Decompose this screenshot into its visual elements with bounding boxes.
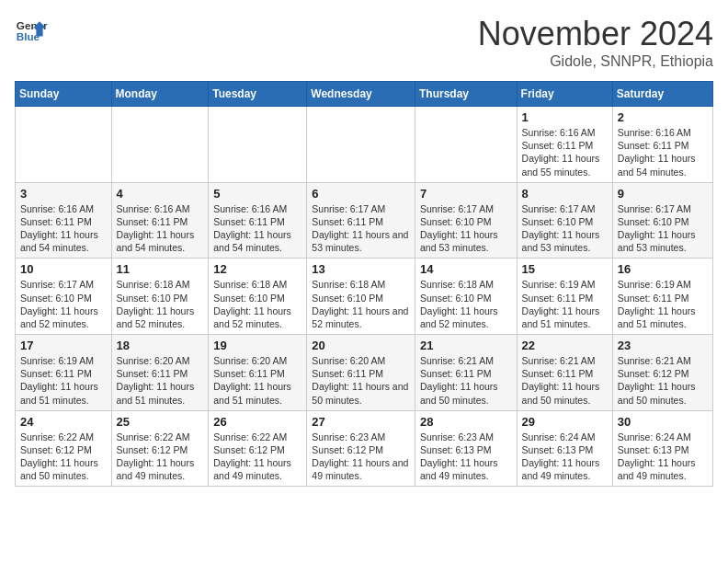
calendar-cell (16, 107, 112, 183)
calendar-cell: 26Sunrise: 6:22 AM Sunset: 6:12 PM Dayli… (209, 410, 307, 487)
weekday-header: Monday (111, 82, 209, 107)
calendar-cell: 23Sunrise: 6:21 AM Sunset: 6:12 PM Dayli… (612, 335, 712, 411)
day-number: 10 (20, 262, 107, 276)
day-number: 3 (20, 187, 107, 201)
day-number: 22 (522, 339, 608, 352)
calendar-cell: 1Sunrise: 6:16 AM Sunset: 6:11 PM Daylig… (517, 107, 612, 183)
calendar-cell: 6Sunrise: 6:17 AM Sunset: 6:11 PM Daylig… (307, 182, 415, 259)
day-number: 12 (213, 262, 301, 276)
calendar-cell: 10Sunrise: 6:17 AM Sunset: 6:10 PM Dayli… (16, 259, 112, 335)
calendar-cell: 20Sunrise: 6:20 AM Sunset: 6:11 PM Dayli… (307, 335, 415, 411)
calendar-cell: 4Sunrise: 6:16 AM Sunset: 6:11 PM Daylig… (111, 182, 209, 259)
day-info: Sunrise: 6:17 AM Sunset: 6:10 PM Dayligh… (20, 278, 107, 330)
day-number: 8 (522, 187, 608, 201)
day-info: Sunrise: 6:19 AM Sunset: 6:11 PM Dayligh… (522, 278, 608, 330)
calendar-cell: 8Sunrise: 6:17 AM Sunset: 6:10 PM Daylig… (517, 182, 612, 259)
day-info: Sunrise: 6:16 AM Sunset: 6:11 PM Dayligh… (522, 126, 608, 178)
day-number: 20 (312, 339, 410, 352)
weekday-header: Wednesday (307, 82, 415, 107)
day-number: 25 (117, 415, 204, 429)
day-info: Sunrise: 6:18 AM Sunset: 6:10 PM Dayligh… (420, 278, 512, 330)
day-number: 7 (420, 187, 512, 201)
day-info: Sunrise: 6:23 AM Sunset: 6:12 PM Dayligh… (312, 431, 410, 483)
calendar-cell: 19Sunrise: 6:20 AM Sunset: 6:11 PM Dayli… (209, 335, 307, 411)
day-info: Sunrise: 6:16 AM Sunset: 6:11 PM Dayligh… (117, 202, 204, 255)
calendar-cell (111, 107, 209, 183)
calendar-cell: 3Sunrise: 6:16 AM Sunset: 6:11 PM Daylig… (16, 182, 112, 259)
day-number: 27 (312, 415, 410, 429)
weekday-header: Tuesday (209, 82, 307, 107)
calendar-cell: 2Sunrise: 6:16 AM Sunset: 6:11 PM Daylig… (612, 107, 712, 183)
day-number: 17 (20, 339, 107, 352)
day-info: Sunrise: 6:22 AM Sunset: 6:12 PM Dayligh… (20, 431, 107, 483)
day-info: Sunrise: 6:16 AM Sunset: 6:11 PM Dayligh… (20, 202, 107, 255)
weekday-header: Saturday (612, 82, 712, 107)
day-number: 15 (522, 262, 608, 276)
calendar: SundayMondayTuesdayWednesdayThursdayFrid… (15, 81, 713, 487)
weekday-header: Friday (517, 82, 612, 107)
day-info: Sunrise: 6:16 AM Sunset: 6:11 PM Dayligh… (213, 202, 301, 255)
day-info: Sunrise: 6:17 AM Sunset: 6:10 PM Dayligh… (618, 202, 708, 255)
day-number: 29 (522, 415, 608, 429)
calendar-cell: 15Sunrise: 6:19 AM Sunset: 6:11 PM Dayli… (517, 259, 612, 335)
day-info: Sunrise: 6:21 AM Sunset: 6:11 PM Dayligh… (522, 354, 608, 407)
location-title: Gidole, SNNPR, Ethiopia (478, 53, 713, 70)
calendar-cell: 17Sunrise: 6:19 AM Sunset: 6:11 PM Dayli… (16, 335, 112, 411)
calendar-cell: 29Sunrise: 6:24 AM Sunset: 6:13 PM Dayli… (517, 410, 612, 487)
calendar-cell (415, 107, 517, 183)
calendar-cell: 22Sunrise: 6:21 AM Sunset: 6:11 PM Dayli… (517, 335, 612, 411)
calendar-cell: 27Sunrise: 6:23 AM Sunset: 6:12 PM Dayli… (307, 410, 415, 487)
day-number: 19 (213, 339, 301, 352)
calendar-cell: 16Sunrise: 6:19 AM Sunset: 6:11 PM Dayli… (612, 259, 712, 335)
calendar-cell: 13Sunrise: 6:18 AM Sunset: 6:10 PM Dayli… (307, 259, 415, 335)
day-info: Sunrise: 6:21 AM Sunset: 6:12 PM Dayligh… (618, 354, 708, 407)
logo: General Blue (15, 15, 48, 48)
day-number: 11 (117, 262, 204, 276)
month-title: November 2024 (478, 15, 713, 53)
calendar-cell (307, 107, 415, 183)
title-section: November 2024 Gidole, SNNPR, Ethiopia (478, 15, 713, 70)
day-info: Sunrise: 6:17 AM Sunset: 6:10 PM Dayligh… (522, 202, 608, 255)
calendar-cell (209, 107, 307, 183)
day-info: Sunrise: 6:19 AM Sunset: 6:11 PM Dayligh… (618, 278, 708, 330)
calendar-cell: 30Sunrise: 6:24 AM Sunset: 6:13 PM Dayli… (612, 410, 712, 487)
calendar-cell: 11Sunrise: 6:18 AM Sunset: 6:10 PM Dayli… (111, 259, 209, 335)
calendar-cell: 21Sunrise: 6:21 AM Sunset: 6:11 PM Dayli… (415, 335, 517, 411)
day-info: Sunrise: 6:18 AM Sunset: 6:10 PM Dayligh… (312, 278, 410, 330)
day-info: Sunrise: 6:22 AM Sunset: 6:12 PM Dayligh… (117, 431, 204, 483)
day-info: Sunrise: 6:19 AM Sunset: 6:11 PM Dayligh… (20, 354, 107, 407)
logo-icon: General Blue (15, 15, 48, 48)
day-number: 18 (117, 339, 204, 352)
calendar-cell: 25Sunrise: 6:22 AM Sunset: 6:12 PM Dayli… (111, 410, 209, 487)
day-number: 1 (522, 110, 608, 124)
calendar-cell: 9Sunrise: 6:17 AM Sunset: 6:10 PM Daylig… (612, 182, 712, 259)
day-number: 14 (420, 262, 512, 276)
day-info: Sunrise: 6:23 AM Sunset: 6:13 PM Dayligh… (420, 431, 512, 483)
day-info: Sunrise: 6:20 AM Sunset: 6:11 PM Dayligh… (117, 354, 204, 407)
day-info: Sunrise: 6:17 AM Sunset: 6:11 PM Dayligh… (312, 202, 410, 255)
day-info: Sunrise: 6:16 AM Sunset: 6:11 PM Dayligh… (618, 126, 708, 178)
day-number: 4 (117, 187, 204, 201)
calendar-cell: 12Sunrise: 6:18 AM Sunset: 6:10 PM Dayli… (209, 259, 307, 335)
day-number: 5 (213, 187, 301, 201)
day-number: 13 (312, 262, 410, 276)
day-number: 2 (618, 110, 708, 124)
day-info: Sunrise: 6:20 AM Sunset: 6:11 PM Dayligh… (213, 354, 301, 407)
day-info: Sunrise: 6:20 AM Sunset: 6:11 PM Dayligh… (312, 354, 410, 407)
day-info: Sunrise: 6:21 AM Sunset: 6:11 PM Dayligh… (420, 354, 512, 407)
header: General Blue November 2024 Gidole, SNNPR… (15, 15, 713, 70)
calendar-cell: 7Sunrise: 6:17 AM Sunset: 6:10 PM Daylig… (415, 182, 517, 259)
calendar-cell: 24Sunrise: 6:22 AM Sunset: 6:12 PM Dayli… (16, 410, 112, 487)
day-info: Sunrise: 6:17 AM Sunset: 6:10 PM Dayligh… (420, 202, 512, 255)
calendar-cell: 14Sunrise: 6:18 AM Sunset: 6:10 PM Dayli… (415, 259, 517, 335)
weekday-header: Sunday (16, 82, 112, 107)
day-number: 28 (420, 415, 512, 429)
calendar-cell: 18Sunrise: 6:20 AM Sunset: 6:11 PM Dayli… (111, 335, 209, 411)
day-info: Sunrise: 6:18 AM Sunset: 6:10 PM Dayligh… (117, 278, 204, 330)
day-number: 24 (20, 415, 107, 429)
day-number: 16 (618, 262, 708, 276)
day-info: Sunrise: 6:18 AM Sunset: 6:10 PM Dayligh… (213, 278, 301, 330)
day-number: 6 (312, 187, 410, 201)
day-number: 30 (618, 415, 708, 429)
calendar-cell: 28Sunrise: 6:23 AM Sunset: 6:13 PM Dayli… (415, 410, 517, 487)
